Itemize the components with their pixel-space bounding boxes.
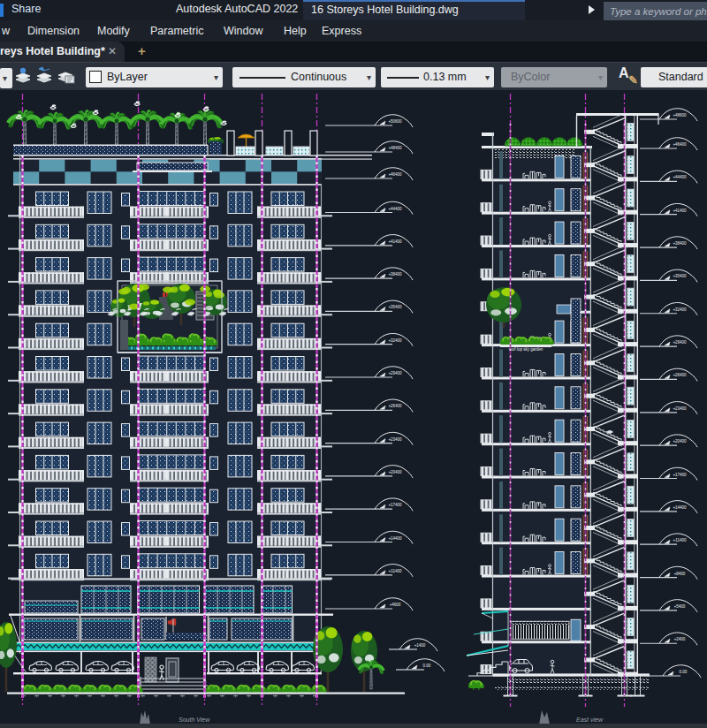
svg-text:roof top sky garden: roof top sky garden — [509, 347, 544, 352]
svg-text:+50600: +50600 — [388, 119, 402, 124]
svg-text:+20400: +20400 — [388, 470, 402, 474]
svg-text:+14400: +14400 — [388, 536, 402, 541]
svg-text:+5400: +5400 — [674, 604, 686, 609]
svg-text:+1400: +1400 — [414, 643, 426, 648]
svg-text:East view: East view — [576, 717, 604, 723]
svg-text:+11400: +11400 — [389, 569, 402, 573]
svg-text:+20400: +20400 — [673, 439, 687, 444]
svg-text:+32400: +32400 — [673, 307, 687, 312]
svg-text:+11400: +11400 — [673, 538, 687, 542]
svg-text:+29400: +29400 — [388, 371, 402, 375]
svg-text:+35400: +35400 — [673, 274, 687, 278]
svg-text:+23400: +23400 — [673, 406, 687, 411]
svg-text:+35400: +35400 — [388, 305, 402, 309]
svg-text:+41400: +41400 — [673, 209, 687, 213]
svg-text:+29400: +29400 — [673, 340, 687, 345]
svg-text:+8400: +8400 — [674, 572, 686, 576]
svg-text:+14400: +14400 — [673, 505, 687, 510]
svg-text:+17400: +17400 — [673, 473, 687, 477]
svg-text:+38400: +38400 — [673, 241, 687, 246]
svg-text:+48400: +48400 — [388, 146, 402, 150]
svg-text:+17400: +17400 — [388, 503, 402, 507]
svg-text:+38400: +38400 — [388, 272, 402, 277]
svg-text:+4600: +4600 — [390, 603, 401, 607]
svg-text:+23400: +23400 — [388, 437, 402, 442]
svg-text:+26400: +26400 — [673, 373, 687, 377]
svg-text:+32400: +32400 — [388, 338, 402, 343]
svg-text:+2400: +2400 — [674, 637, 686, 641]
svg-text:0.00: 0.00 — [423, 664, 431, 668]
svg-text:+46400: +46400 — [388, 172, 402, 177]
svg-text:0.00: 0.00 — [680, 670, 688, 674]
svg-text:+44400: +44400 — [673, 175, 687, 179]
svg-text:+44400: +44400 — [388, 207, 402, 211]
svg-text:+46400: +46400 — [673, 142, 687, 147]
svg-text:+48600: +48600 — [673, 113, 687, 118]
svg-text:South View: South View — [179, 717, 210, 723]
svg-text:+26400: +26400 — [388, 404, 402, 408]
svg-text:+41400: +41400 — [388, 239, 402, 244]
